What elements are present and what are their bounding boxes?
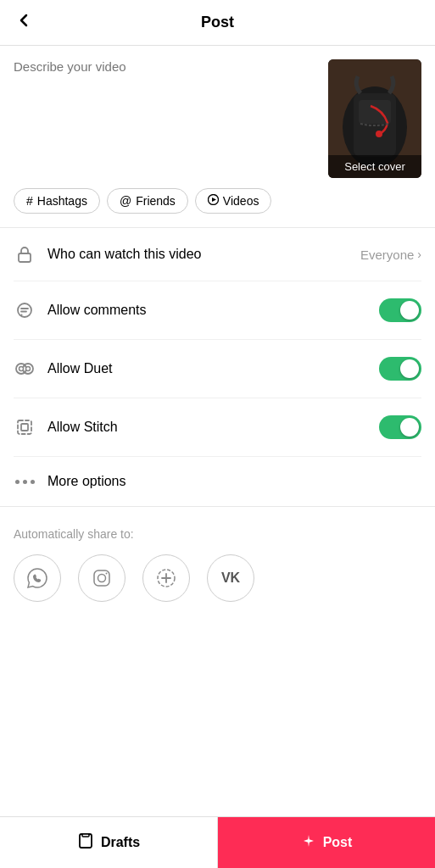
social-icons: VK [14, 554, 421, 602]
videos-label: Videos [223, 194, 259, 208]
toggle-knob [400, 418, 419, 437]
instagram-icon [91, 567, 113, 589]
svg-marker-7 [212, 198, 216, 202]
more-options-icon [14, 480, 36, 484]
stitch-icon [14, 418, 36, 437]
tiktok-add-button[interactable] [142, 554, 190, 602]
post-sparkle-icon [301, 833, 316, 852]
auto-share-section: Automatically share to: [0, 507, 435, 612]
dot-1 [15, 480, 20, 484]
back-button[interactable] [14, 10, 34, 36]
drafts-button[interactable]: Drafts [0, 817, 218, 868]
dot-3 [31, 480, 35, 484]
page-title: Post [201, 14, 234, 31]
svg-point-19 [106, 573, 108, 575]
who-can-watch-value: Everyone › [360, 248, 421, 262]
hashtag-icon: # [26, 194, 33, 208]
tag-buttons: # Hashtags @ Friends Videos [0, 188, 435, 227]
allow-duet-toggle[interactable] [379, 357, 421, 381]
instagram-button[interactable] [78, 554, 125, 602]
hashtags-button[interactable]: # Hashtags [14, 188, 100, 214]
allow-comments-row: Allow comments [14, 281, 421, 340]
videos-button[interactable]: Videos [195, 188, 272, 214]
allow-stitch-label: Allow Stitch [47, 420, 367, 435]
whatsapp-icon [26, 567, 48, 589]
friends-label: Friends [136, 194, 176, 208]
allow-stitch-row: Allow Stitch [14, 398, 421, 457]
svg-rect-16 [21, 424, 28, 431]
bottom-spacer [0, 612, 435, 680]
comment-icon [14, 301, 36, 320]
dot-2 [23, 480, 27, 484]
description-area: Select cover [0, 46, 435, 188]
header: Post [0, 0, 435, 46]
svg-point-18 [98, 575, 106, 582]
description-input[interactable] [14, 59, 318, 178]
duet-icon [14, 359, 36, 378]
at-icon: @ [120, 194, 131, 208]
vk-icon: VK [221, 570, 240, 586]
cover-thumbnail[interactable]: Select cover [328, 59, 421, 178]
svg-point-5 [376, 131, 382, 137]
svg-point-9 [18, 303, 31, 317]
drafts-label: Drafts [101, 835, 140, 850]
svg-point-14 [26, 367, 31, 371]
whatsapp-button[interactable] [14, 554, 61, 602]
hashtags-label: Hashtags [37, 194, 87, 208]
svg-rect-8 [19, 253, 31, 262]
svg-point-13 [20, 367, 24, 371]
svg-rect-17 [94, 570, 109, 586]
friends-button[interactable]: @ Friends [107, 188, 188, 214]
bottom-bar: Drafts Post [0, 816, 435, 868]
svg-point-10 [21, 314, 23, 316]
allow-comments-toggle[interactable] [379, 298, 421, 322]
cover-label[interactable]: Select cover [328, 155, 421, 178]
lock-icon [14, 245, 36, 264]
post-button[interactable]: Post [218, 817, 435, 868]
toggle-knob [400, 359, 419, 378]
vk-button[interactable]: VK [207, 554, 254, 602]
who-can-watch-label: Who can watch this video [47, 247, 349, 262]
more-options-row[interactable]: More options [14, 457, 421, 506]
allow-duet-label: Allow Duet [47, 361, 367, 376]
tiktok-add-icon [155, 567, 177, 589]
drafts-icon [77, 832, 94, 853]
post-label: Post [323, 835, 353, 850]
allow-stitch-toggle[interactable] [379, 415, 421, 439]
play-icon [208, 194, 219, 208]
settings-section: Who can watch this video Everyone › Allo… [0, 228, 435, 506]
svg-rect-24 [82, 834, 89, 837]
allow-comments-label: Allow comments [47, 303, 367, 318]
svg-rect-15 [18, 420, 31, 434]
auto-share-label: Automatically share to: [14, 527, 421, 541]
who-can-watch-row[interactable]: Who can watch this video Everyone › [14, 228, 421, 281]
chevron-right-icon: › [417, 248, 421, 261]
more-options-label: More options [47, 474, 421, 489]
allow-duet-row: Allow Duet [14, 340, 421, 398]
toggle-knob [400, 301, 419, 320]
